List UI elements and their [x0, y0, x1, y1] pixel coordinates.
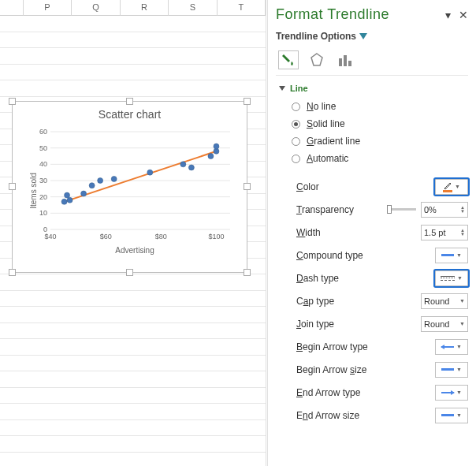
- transparency-label: Transparency: [296, 204, 354, 215]
- trendline-options-tab-icon[interactable]: [336, 51, 355, 69]
- col-header[interactable]: Q: [72, 0, 120, 16]
- col-header[interactable]: [0, 0, 24, 16]
- dash-type-picker[interactable]: ▼: [435, 270, 468, 286]
- svg-point-30: [214, 148, 219, 154]
- format-pane: Format Trendline ▾ ✕ Trendline Options L…: [267, 0, 476, 466]
- radio-automatic[interactable]: Automatic: [292, 150, 468, 167]
- svg-text:60: 60: [39, 129, 47, 136]
- svg-point-31: [214, 144, 219, 149]
- svg-line-18: [65, 151, 217, 202]
- svg-text:10: 10: [39, 209, 47, 217]
- x-axis-label: Advertising: [115, 246, 154, 255]
- svg-point-27: [180, 162, 186, 167]
- cap-type-label: Cap type: [296, 296, 334, 307]
- svg-text:30: 30: [39, 177, 47, 185]
- y-axis-label: Items sold: [29, 173, 38, 209]
- chart-title[interactable]: Scatter chart: [13, 108, 247, 121]
- close-icon[interactable]: ✕: [459, 9, 468, 21]
- svg-point-24: [98, 178, 103, 184]
- collapse-icon: [279, 86, 285, 91]
- svg-text:$80: $80: [155, 233, 167, 240]
- svg-point-29: [208, 154, 214, 159]
- col-header[interactable]: R: [121, 0, 169, 16]
- begin-arrow-size-picker[interactable]: ▼: [435, 362, 468, 378]
- svg-point-19: [61, 199, 67, 204]
- line-section-header[interactable]: Line: [279, 84, 468, 93]
- spreadsheet-area: P Q R S T Scatter chart 0102030405060$40…: [0, 0, 266, 466]
- trendline-options-dropdown[interactable]: Trendline Options: [276, 31, 468, 42]
- svg-marker-32: [311, 54, 322, 65]
- width-label: Width: [296, 227, 321, 238]
- end-arrow-size-label: End Arrow size: [296, 410, 359, 421]
- svg-text:40: 40: [39, 160, 47, 168]
- svg-point-25: [111, 176, 117, 181]
- svg-text:$60: $60: [100, 233, 112, 240]
- format-tabs: [276, 47, 468, 76]
- svg-point-28: [188, 165, 194, 170]
- col-header[interactable]: T: [218, 0, 266, 16]
- task-pane-options-icon[interactable]: ▾: [445, 9, 451, 21]
- svg-point-20: [65, 192, 70, 198]
- begin-arrow-type-picker[interactable]: ▼: [435, 339, 468, 355]
- svg-point-23: [89, 183, 95, 188]
- end-arrow-size-picker[interactable]: ▼: [435, 408, 468, 423]
- fill-line-tab-icon[interactable]: [279, 51, 298, 69]
- radio-gradient-line[interactable]: Gradient line: [292, 132, 468, 150]
- svg-text:$40: $40: [44, 233, 56, 240]
- options-label: Trendline Options: [276, 31, 356, 42]
- color-label: Color: [296, 181, 319, 192]
- svg-rect-33: [339, 58, 342, 66]
- svg-text:50: 50: [39, 144, 47, 152]
- pane-title: Format Trendline: [276, 6, 389, 23]
- join-type-select[interactable]: Round▼: [421, 316, 468, 332]
- column-headers: P Q R S T: [0, 0, 266, 16]
- svg-point-26: [147, 170, 153, 175]
- effects-tab-icon[interactable]: [307, 51, 326, 69]
- svg-rect-34: [344, 55, 347, 66]
- compound-type-picker[interactable]: ▼: [435, 248, 468, 263]
- width-input[interactable]: 1.5 pt ▲▼: [421, 225, 468, 240]
- compound-type-label: Compound type: [296, 250, 363, 261]
- svg-rect-35: [348, 61, 351, 66]
- end-arrow-type-picker[interactable]: ▼: [435, 385, 468, 401]
- svg-text:20: 20: [39, 193, 47, 201]
- chart-object[interactable]: Scatter chart 0102030405060$40$60$80$100…: [12, 101, 247, 273]
- chart-plot[interactable]: 0102030405060$40$60$80$100 Items sold Ad…: [33, 129, 236, 253]
- chevron-down-icon: [359, 33, 367, 39]
- dash-type-label: Dash type: [296, 273, 339, 284]
- cap-type-select[interactable]: Round▼: [421, 293, 468, 309]
- color-picker[interactable]: ▼: [435, 179, 468, 195]
- begin-arrow-type-label: Begin Arrow type: [296, 341, 368, 352]
- col-header[interactable]: S: [169, 0, 217, 16]
- svg-text:$100: $100: [208, 233, 224, 240]
- end-arrow-type-label: End Arrow type: [296, 387, 360, 398]
- line-style-radios: No line Solid line Gradient line Automat…: [276, 98, 468, 167]
- radio-no-line[interactable]: No line: [292, 98, 468, 115]
- join-type-label: Join type: [296, 319, 334, 330]
- begin-arrow-size-label: Begin Arrow size: [296, 364, 366, 375]
- col-header[interactable]: P: [24, 0, 72, 16]
- radio-solid-line[interactable]: Solid line: [292, 115, 468, 132]
- pen-icon: [443, 181, 452, 192]
- svg-point-22: [81, 191, 87, 196]
- transparency-input[interactable]: 0% ▲▼: [421, 202, 468, 218]
- svg-point-21: [67, 197, 73, 203]
- transparency-slider[interactable]: [389, 208, 416, 211]
